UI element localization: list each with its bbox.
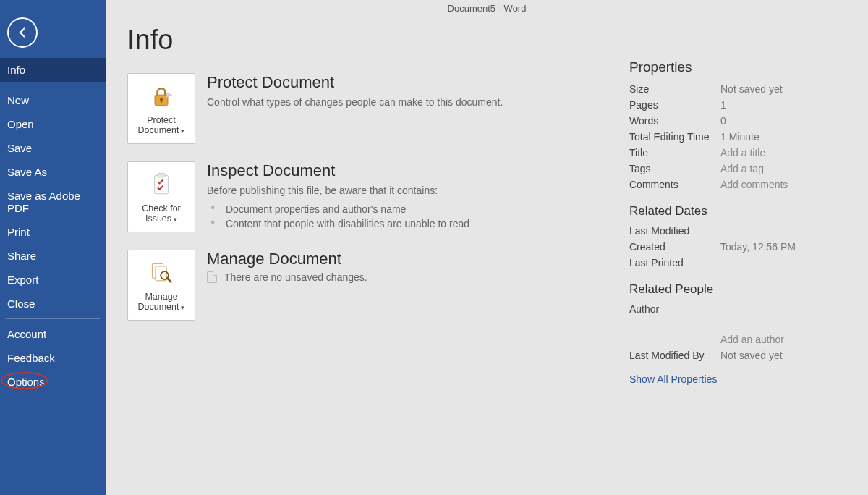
related-dates-heading: Related Dates	[629, 204, 846, 219]
manage-document-text: Manage Document There are no unsaved cha…	[207, 250, 367, 283]
inspect-bullet: Content that people with disabilities ar…	[207, 216, 469, 231]
manage-document-row: Manage Document Manage Document There ar…	[127, 250, 629, 321]
prop-words: Words0	[629, 113, 846, 129]
app-root: Info New Open Save Save As Save as Adobe…	[0, 0, 868, 495]
prop-value	[720, 225, 846, 237]
sidebar-item-label: Options	[7, 376, 45, 388]
sidebar-sep	[6, 85, 100, 85]
inspect-bullet: Document properties and author's name	[207, 202, 469, 216]
protect-document-desc: Control what types of changes people can…	[207, 95, 503, 109]
sidebar-item-export[interactable]: Export	[0, 268, 106, 292]
prop-key: Title	[629, 147, 720, 158]
prop-value: Today, 12:56 PM	[720, 241, 846, 253]
check-for-issues-button[interactable]: Check for Issues	[127, 161, 195, 232]
backstage-sidebar: Info New Open Save Save As Save as Adobe…	[0, 0, 106, 495]
manage-document-button[interactable]: Manage Document	[127, 250, 195, 321]
avatar	[720, 319, 846, 329]
protect-document-row: Protect Document Protect Document Contro…	[127, 73, 629, 144]
prop-author: Author	[629, 301, 846, 317]
prop-value	[720, 303, 846, 315]
prop-key: Last Printed	[629, 257, 720, 268]
prop-comments-input[interactable]: Add comments	[720, 179, 846, 190]
prop-key: Tags	[629, 163, 720, 174]
prop-key: Size	[629, 83, 720, 95]
lock-icon	[147, 82, 176, 111]
properties-panel: Properties SizeNot saved yet Pages1 Word…	[629, 17, 846, 495]
properties-heading[interactable]: Properties	[629, 59, 846, 75]
sidebar-item-info[interactable]: Info	[0, 58, 106, 82]
content-row: Info Protect Document Protect Document C…	[106, 17, 868, 495]
prop-key: Pages	[629, 99, 720, 111]
svg-rect-4	[158, 174, 165, 177]
sidebar-sep	[6, 318, 100, 319]
sidebar-item-open[interactable]: Open	[0, 112, 106, 136]
sidebar-item-close[interactable]: Close	[0, 292, 106, 316]
prop-key: Author	[629, 303, 720, 315]
prop-key: Words	[629, 115, 720, 127]
titlebar: Document5 - Word	[106, 0, 868, 17]
protect-document-button[interactable]: Protect Document	[127, 73, 195, 144]
prop-title: TitleAdd a title	[629, 145, 846, 161]
prop-title-input[interactable]: Add a title	[720, 147, 846, 158]
prop-last-modified-by: Last Modified ByNot saved yet	[629, 347, 846, 363]
prop-size: SizeNot saved yet	[629, 81, 846, 97]
svg-line-8	[167, 278, 171, 282]
protect-document-button-label: Protect Document	[129, 115, 193, 135]
prop-key: Comments	[629, 179, 720, 190]
prop-value: 1 Minute	[720, 131, 846, 143]
prop-key	[629, 319, 720, 329]
prop-last-printed: Last Printed	[629, 255, 846, 271]
prop-pages: Pages1	[629, 97, 846, 113]
add-author-input[interactable]: Add an author	[720, 334, 846, 345]
sidebar-item-share[interactable]: Share	[0, 244, 106, 268]
prop-value: Not saved yet	[720, 350, 846, 361]
info-left-column: Info Protect Document Protect Document C…	[127, 17, 629, 495]
check-for-issues-button-label: Check for Issues	[129, 203, 193, 224]
manage-document-heading: Manage Document	[207, 250, 367, 268]
sidebar-item-account[interactable]: Account	[0, 322, 106, 346]
sidebar-item-save[interactable]: Save	[0, 136, 106, 160]
prop-tags: TagsAdd a tag	[629, 161, 846, 177]
sidebar-item-save-as-adobe-pdf[interactable]: Save as Adobe PDF	[0, 184, 106, 220]
inspect-document-text: Inspect Document Before publishing this …	[207, 161, 469, 231]
prop-add-author: Add an author	[629, 331, 846, 347]
related-people-heading: Related People	[629, 282, 846, 297]
manage-document-desc: There are no unsaved changes.	[224, 271, 367, 283]
checklist-icon	[147, 170, 176, 199]
prop-key: Created	[629, 241, 720, 253]
main-area: Document5 - Word Info Protect Document P…	[106, 0, 868, 495]
prop-value: 1	[720, 99, 846, 111]
sidebar-item-save-as[interactable]: Save As	[0, 160, 106, 184]
document-icon	[207, 271, 217, 283]
show-all-properties-link[interactable]: Show All Properties	[629, 373, 717, 385]
manage-document-button-label: Manage Document	[129, 292, 193, 312]
prop-key: Last Modified	[629, 225, 720, 237]
svg-rect-3	[155, 175, 169, 194]
prop-key	[629, 334, 720, 345]
protect-document-heading: Protect Document	[207, 73, 503, 92]
properties-heading-label: Properties	[629, 59, 692, 75]
back-button[interactable]	[7, 17, 38, 48]
manage-document-desc-row: There are no unsaved changes.	[207, 271, 367, 283]
documents-magnifier-icon	[147, 258, 176, 287]
prop-key: Last Modified By	[629, 350, 720, 361]
sidebar-item-options[interactable]: Options	[0, 370, 106, 394]
sidebar-item-print[interactable]: Print	[0, 220, 106, 244]
inspect-document-row: Check for Issues Inspect Document Before…	[127, 161, 629, 232]
sidebar-item-feedback[interactable]: Feedback	[0, 346, 106, 370]
prop-value	[720, 257, 846, 268]
author-avatar-row	[629, 317, 846, 331]
sidebar-item-new[interactable]: New	[0, 88, 106, 112]
svg-rect-2	[161, 100, 162, 103]
inspect-document-desc: Before publishing this file, be aware th…	[207, 183, 469, 198]
prop-value: Not saved yet	[720, 83, 846, 95]
prop-last-modified: Last Modified	[629, 223, 846, 239]
arrow-left-icon	[14, 25, 30, 41]
inspect-document-heading: Inspect Document	[207, 161, 469, 180]
inspect-bullets: Document properties and author's name Co…	[207, 202, 469, 231]
prop-value: 0	[720, 115, 846, 127]
protect-document-text: Protect Document Control what types of c…	[207, 73, 503, 109]
prop-tags-input[interactable]: Add a tag	[720, 163, 846, 174]
prop-total-editing-time: Total Editing Time1 Minute	[629, 129, 846, 145]
prop-key: Total Editing Time	[629, 131, 720, 143]
